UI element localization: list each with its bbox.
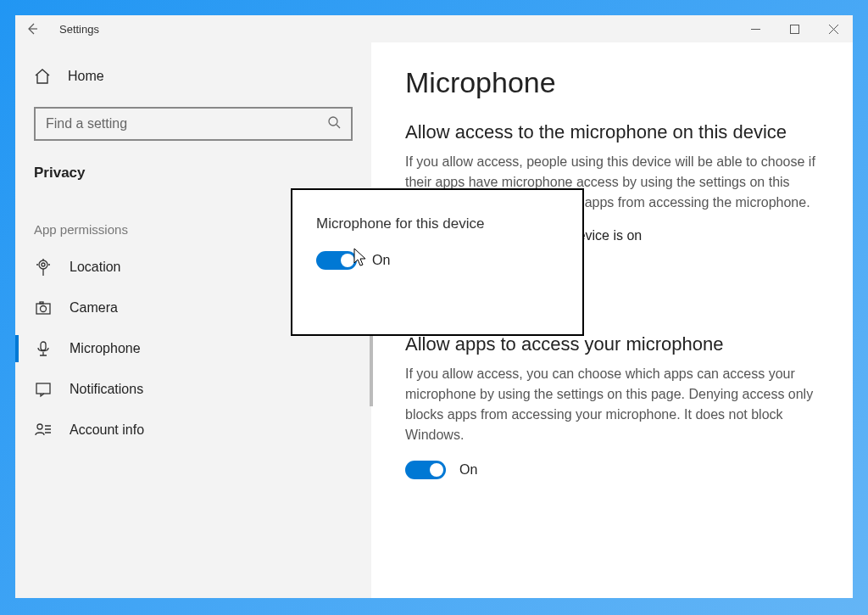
svg-rect-0 [790,25,798,33]
svg-point-1 [329,117,337,126]
home-nav[interactable]: Home [15,59,371,93]
back-button[interactable] [15,15,49,42]
device-toggle-row: On [316,251,559,270]
close-icon [829,25,838,34]
apps-toggle-label: On [459,462,477,478]
sidebar-item-label: Notifications [70,382,143,397]
svg-rect-7 [41,342,46,350]
svg-rect-6 [40,302,43,304]
camera-icon [34,299,53,316]
search-icon [327,115,341,132]
minimize-icon [751,25,760,34]
sidebar-item-label: Account info [70,422,144,438]
search-input[interactable] [46,116,327,131]
sidebar-item-notifications[interactable]: Notifications [15,369,371,410]
apps-access-toggle[interactable] [405,461,446,479]
notifications-icon [34,381,53,398]
svg-point-3 [39,260,47,269]
svg-point-9 [37,424,42,429]
sidebar-item-label: Microphone [70,341,141,356]
section1-title: Allow access to the microphone on this d… [405,121,819,143]
titlebar: Settings [15,15,853,42]
minimize-button[interactable] [736,15,775,42]
section2-title: Allow apps to access your microphone [405,333,819,355]
arrow-left-icon [25,22,39,36]
device-access-popup: Microphone for this device On [291,188,584,336]
location-icon [34,259,53,276]
microphone-icon [34,340,53,357]
category-label: Privacy [15,158,371,188]
maximize-button[interactable] [775,15,814,42]
sidebar-item-label: Location [70,260,121,275]
window-title: Settings [59,23,99,36]
apps-toggle-row: On [405,461,819,479]
close-button[interactable] [814,15,853,42]
svg-rect-4 [36,304,50,314]
home-icon [34,68,51,85]
sidebar-item-label: Camera [70,300,118,316]
svg-point-5 [41,306,47,312]
svg-rect-8 [36,383,50,394]
search-box[interactable] [34,107,353,141]
device-toggle-label: On [372,253,390,268]
maximize-icon [790,25,799,34]
svg-point-2 [42,263,45,266]
account-icon [34,422,53,439]
popup-title: Microphone for this device [316,215,559,232]
page-title: Microphone [405,66,819,99]
device-access-toggle[interactable] [316,251,357,270]
sidebar-item-account[interactable]: Account info [15,410,371,450]
home-label: Home [68,69,104,84]
section2-desc: If you allow access, you can choose whic… [405,364,819,445]
